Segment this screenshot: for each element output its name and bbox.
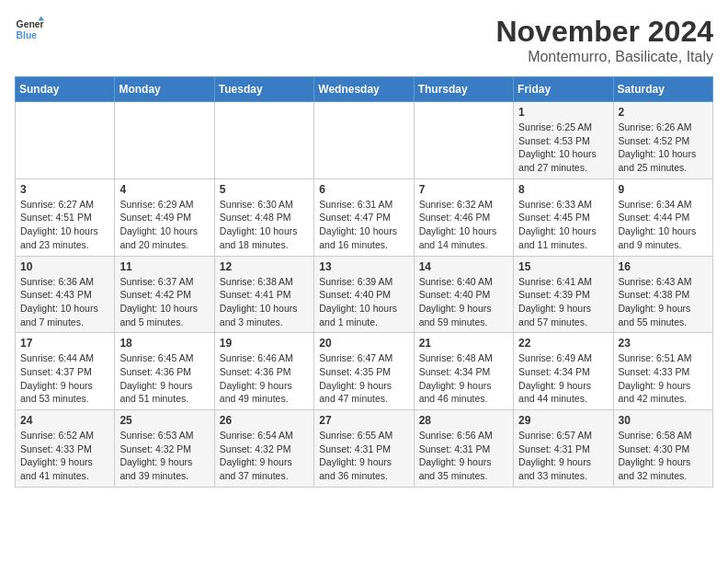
day-number: 6 (319, 183, 408, 196)
table-row (214, 102, 313, 179)
day-detail: Sunrise: 6:32 AM Sunset: 4:46 PM Dayligh… (419, 198, 508, 252)
day-number: 25 (119, 414, 209, 427)
table-row: 19Sunrise: 6:46 AM Sunset: 4:36 PM Dayli… (214, 333, 313, 410)
calendar-week-row: 17Sunrise: 6:44 AM Sunset: 4:37 PM Dayli… (16, 333, 713, 410)
day-detail: Sunrise: 6:53 AM Sunset: 4:32 PM Dayligh… (119, 429, 209, 483)
table-row: 23Sunrise: 6:51 AM Sunset: 4:33 PM Dayli… (613, 333, 712, 410)
day-detail: Sunrise: 6:49 AM Sunset: 4:34 PM Dayligh… (518, 351, 608, 406)
day-number: 7 (419, 183, 508, 196)
day-detail: Sunrise: 6:52 AM Sunset: 4:33 PM Dayligh… (20, 429, 109, 483)
day-detail: Sunrise: 6:33 AM Sunset: 4:45 PM Dayligh… (518, 198, 608, 252)
day-number: 24 (20, 414, 109, 427)
day-detail: Sunrise: 6:30 AM Sunset: 4:48 PM Dayligh… (220, 198, 309, 252)
table-row: 26Sunrise: 6:54 AM Sunset: 4:32 PM Dayli… (214, 410, 313, 488)
day-number: 23 (619, 337, 708, 350)
col-saturday: Saturday (613, 77, 712, 102)
table-row: 22Sunrise: 6:49 AM Sunset: 4:34 PM Dayli… (514, 333, 613, 410)
day-number: 28 (419, 414, 508, 427)
col-monday: Monday (115, 77, 214, 102)
day-detail: Sunrise: 6:27 AM Sunset: 4:51 PM Dayligh… (20, 198, 109, 252)
calendar-week-row: 10Sunrise: 6:36 AM Sunset: 4:43 PM Dayli… (16, 256, 713, 333)
day-number: 21 (419, 337, 508, 350)
table-row: 8Sunrise: 6:33 AM Sunset: 4:45 PM Daylig… (514, 178, 613, 256)
day-detail: Sunrise: 6:41 AM Sunset: 4:39 PM Dayligh… (518, 275, 608, 329)
day-number: 15 (518, 260, 608, 273)
table-row: 14Sunrise: 6:40 AM Sunset: 4:40 PM Dayli… (414, 256, 513, 333)
logo-icon: General Blue (15, 15, 44, 44)
day-number: 10 (20, 260, 109, 273)
day-detail: Sunrise: 6:25 AM Sunset: 4:53 PM Dayligh… (518, 121, 608, 175)
day-number: 5 (220, 183, 309, 196)
table-row: 9Sunrise: 6:34 AM Sunset: 4:44 PM Daylig… (613, 178, 712, 256)
day-detail: Sunrise: 6:54 AM Sunset: 4:32 PM Dayligh… (220, 429, 309, 483)
table-row: 21Sunrise: 6:48 AM Sunset: 4:34 PM Dayli… (414, 333, 513, 410)
table-row: 15Sunrise: 6:41 AM Sunset: 4:39 PM Dayli… (514, 256, 613, 333)
day-detail: Sunrise: 6:46 AM Sunset: 4:36 PM Dayligh… (220, 351, 309, 406)
day-number: 2 (619, 106, 708, 119)
svg-text:Blue: Blue (17, 30, 38, 40)
calendar-table: Sunday Monday Tuesday Wednesday Thursday… (15, 76, 713, 488)
col-wednesday: Wednesday (314, 77, 414, 102)
title-area: November 2024 Montemurro, Basilicate, It… (495, 15, 713, 65)
table-row: 11Sunrise: 6:37 AM Sunset: 4:42 PM Dayli… (115, 256, 214, 333)
day-number: 18 (119, 337, 209, 350)
day-number: 19 (220, 337, 309, 350)
table-row: 4Sunrise: 6:29 AM Sunset: 4:49 PM Daylig… (115, 178, 214, 256)
table-row: 5Sunrise: 6:30 AM Sunset: 4:48 PM Daylig… (214, 178, 313, 256)
day-number: 29 (518, 414, 608, 427)
day-detail: Sunrise: 6:37 AM Sunset: 4:42 PM Dayligh… (119, 275, 209, 329)
table-row: 12Sunrise: 6:38 AM Sunset: 4:41 PM Dayli… (214, 256, 313, 333)
day-detail: Sunrise: 6:34 AM Sunset: 4:44 PM Dayligh… (619, 198, 708, 252)
header: General Blue November 2024 Montemurro, B… (15, 15, 713, 65)
col-tuesday: Tuesday (214, 77, 313, 102)
table-row (16, 102, 115, 179)
day-number: 1 (518, 106, 608, 119)
calendar-week-row: 24Sunrise: 6:52 AM Sunset: 4:33 PM Dayli… (16, 410, 713, 488)
day-detail: Sunrise: 6:47 AM Sunset: 4:35 PM Dayligh… (319, 351, 408, 406)
table-row: 30Sunrise: 6:58 AM Sunset: 4:30 PM Dayli… (613, 410, 712, 488)
day-number: 27 (319, 414, 408, 427)
day-number: 14 (419, 260, 508, 273)
day-number: 12 (220, 260, 309, 273)
table-row: 17Sunrise: 6:44 AM Sunset: 4:37 PM Dayli… (16, 333, 115, 410)
col-thursday: Thursday (414, 77, 513, 102)
table-row: 7Sunrise: 6:32 AM Sunset: 4:46 PM Daylig… (414, 178, 513, 256)
table-row: 1Sunrise: 6:25 AM Sunset: 4:53 PM Daylig… (514, 102, 613, 179)
day-detail: Sunrise: 6:45 AM Sunset: 4:36 PM Dayligh… (119, 351, 209, 406)
logo: General Blue (15, 15, 44, 44)
calendar-week-row: 3Sunrise: 6:27 AM Sunset: 4:51 PM Daylig… (16, 178, 713, 256)
day-number: 9 (619, 183, 708, 196)
day-detail: Sunrise: 6:55 AM Sunset: 4:31 PM Dayligh… (319, 429, 408, 483)
table-row (115, 102, 214, 179)
table-row: 27Sunrise: 6:55 AM Sunset: 4:31 PM Dayli… (314, 410, 414, 488)
day-number: 30 (619, 414, 708, 427)
day-number: 16 (619, 260, 708, 273)
table-row: 24Sunrise: 6:52 AM Sunset: 4:33 PM Dayli… (16, 410, 115, 488)
table-row: 13Sunrise: 6:39 AM Sunset: 4:40 PM Dayli… (314, 256, 414, 333)
day-number: 22 (518, 337, 608, 350)
svg-text:General: General (17, 19, 44, 29)
day-number: 8 (518, 183, 608, 196)
day-detail: Sunrise: 6:48 AM Sunset: 4:34 PM Dayligh… (419, 351, 508, 406)
day-detail: Sunrise: 6:58 AM Sunset: 4:30 PM Dayligh… (619, 429, 708, 483)
day-detail: Sunrise: 6:29 AM Sunset: 4:49 PM Dayligh… (119, 198, 209, 252)
day-detail: Sunrise: 6:36 AM Sunset: 4:43 PM Dayligh… (20, 275, 109, 329)
calendar-week-row: 1Sunrise: 6:25 AM Sunset: 4:53 PM Daylig… (16, 102, 713, 179)
table-row: 16Sunrise: 6:43 AM Sunset: 4:38 PM Dayli… (613, 256, 712, 333)
table-row: 28Sunrise: 6:56 AM Sunset: 4:31 PM Dayli… (414, 410, 513, 488)
col-friday: Friday (514, 77, 613, 102)
day-number: 26 (220, 414, 309, 427)
day-detail: Sunrise: 6:51 AM Sunset: 4:33 PM Dayligh… (619, 351, 708, 406)
table-row: 18Sunrise: 6:45 AM Sunset: 4:36 PM Dayli… (115, 333, 214, 410)
table-row: 10Sunrise: 6:36 AM Sunset: 4:43 PM Dayli… (16, 256, 115, 333)
day-detail: Sunrise: 6:39 AM Sunset: 4:40 PM Dayligh… (319, 275, 408, 329)
day-detail: Sunrise: 6:43 AM Sunset: 4:38 PM Dayligh… (619, 275, 708, 329)
table-row: 25Sunrise: 6:53 AM Sunset: 4:32 PM Dayli… (115, 410, 214, 488)
table-row: 6Sunrise: 6:31 AM Sunset: 4:47 PM Daylig… (314, 178, 414, 256)
table-row: 3Sunrise: 6:27 AM Sunset: 4:51 PM Daylig… (16, 178, 115, 256)
month-title: November 2024 (495, 15, 713, 49)
svg-marker-2 (39, 17, 44, 21)
day-number: 20 (319, 337, 408, 350)
day-detail: Sunrise: 6:26 AM Sunset: 4:52 PM Dayligh… (619, 121, 708, 175)
day-detail: Sunrise: 6:56 AM Sunset: 4:31 PM Dayligh… (419, 429, 508, 483)
